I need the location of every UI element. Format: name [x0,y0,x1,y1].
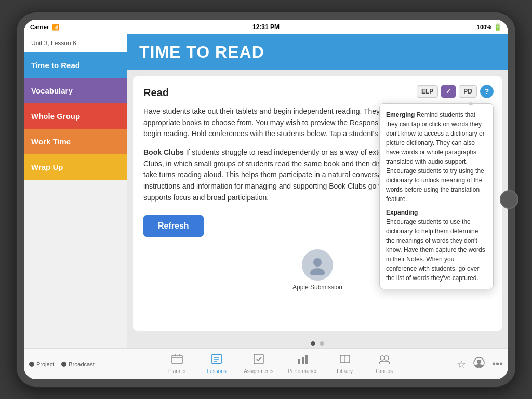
tab-lessons[interactable]: Lessons [204,354,229,374]
assignments-tab-label: Assignments [244,368,273,374]
dot-2 [320,341,324,346]
unit-label: Unit 3, Lesson 6 [24,34,127,52]
wifi-icon: 📶 [52,24,59,31]
svg-point-17 [384,356,389,360]
expanding-text: Encourage students to use the dictionary… [386,218,485,282]
project-indicator: Project [29,361,54,367]
svg-rect-11 [298,359,300,364]
carrier-label: Carrier [30,24,49,30]
page-header: TIME TO READ [127,34,508,70]
tablet-screen: Carrier 📶 12:31 PM 100% 🔋 Unit 3, Lesson… [24,20,508,379]
sidebar: Unit 3, Lesson 6 Time to Read Vocabulary… [24,34,127,348]
tablet-device: Carrier 📶 12:31 PM 100% 🔋 Unit 3, Lesson… [17,12,515,387]
svg-point-19 [477,360,481,364]
svg-rect-10 [254,354,263,364]
battery-label: 100% [477,24,491,30]
tab-planner[interactable]: Planner [165,354,190,374]
status-time: 12:31 PM [252,23,280,31]
tab-groups[interactable]: Groups [372,354,397,374]
svg-point-16 [380,356,384,360]
performance-tab-label: Performance [288,368,317,374]
tab-assignments[interactable]: Assignments [244,354,273,374]
sidebar-item-work-time[interactable]: Work Time [24,129,127,154]
book-clubs-heading: Book Clubs [143,148,184,156]
planner-tab-label: Planner [168,368,186,374]
svg-rect-13 [305,355,308,364]
lessons-tab-label: Lessons [207,368,227,374]
planner-icon [171,354,183,367]
status-left: Carrier 📶 [30,24,59,31]
emerging-text: Remind students that they can tap or cli… [386,111,485,203]
svg-point-1 [310,268,325,275]
star-icon[interactable]: ☆ [457,358,466,370]
card-toolbar: ELP ✓ PD ? [417,85,494,98]
tab-library[interactable]: Library [332,354,357,374]
svg-rect-12 [302,357,304,364]
expanding-label: Expanding [386,208,487,217]
sidebar-item-time-to-read[interactable]: Time to Read [24,52,127,78]
broadcast-label: Broadcast [69,361,95,367]
refresh-button[interactable]: Refresh [143,215,204,237]
check-button[interactable]: ✓ [441,85,456,98]
lessons-icon [211,354,222,367]
pd-button[interactable]: PD [459,85,477,98]
content-card: Read ELP ✓ PD ? Have students take out t… [133,76,502,331]
library-icon [339,354,351,367]
assignments-icon [253,354,264,367]
user-icon[interactable] [473,357,485,371]
status-bar: Carrier 📶 12:31 PM 100% 🔋 [24,20,508,34]
app-body: Unit 3, Lesson 6 Time to Read Vocabulary… [24,34,508,348]
library-tab-label: Library [337,368,353,374]
tooltip-popup: Emerging Remind students that they can t… [379,103,494,289]
svg-rect-6 [212,354,221,364]
avatar[interactable] [302,249,333,281]
battery-icon: 🔋 [494,23,502,31]
tab-bar-left: Project Broadcast [29,361,95,367]
sidebar-item-vocabulary[interactable]: Vocabulary [24,78,127,103]
page-title: TIME TO READ [139,43,264,61]
groups-tab-label: Groups [376,368,393,374]
sidebar-item-wrap-up[interactable]: Wrap Up [24,154,127,180]
project-dot [29,362,34,367]
home-button[interactable] [500,190,518,209]
sidebar-item-whole-group[interactable]: Whole Group [24,103,127,129]
svg-point-0 [313,258,322,267]
main-content: TIME TO READ Read ELP ✓ PD ? Have studen… [127,34,508,348]
elp-button[interactable]: ELP [417,85,438,98]
avatar-icon [308,255,327,275]
question-button[interactable]: ? [480,85,494,98]
project-label: Project [36,361,54,367]
groups-icon [378,354,391,367]
svg-rect-2 [172,355,182,364]
tab-bar-tabs: Planner Lessons Assignments [105,354,457,374]
student-name: Apple Submission [292,284,342,291]
page-dots [127,337,508,348]
emerging-label: Emerging [386,111,415,118]
tab-performance[interactable]: Performance [288,354,317,374]
performance-icon [297,354,309,367]
tab-bar-right: ☆ ••• [457,357,503,371]
dot-1 [311,341,315,346]
status-right: 100% 🔋 [477,23,502,31]
broadcast-dot [61,362,66,367]
tab-bar: Project Broadcast Planner [24,348,508,379]
more-icon[interactable]: ••• [492,358,503,370]
broadcast-indicator: Broadcast [61,361,95,367]
